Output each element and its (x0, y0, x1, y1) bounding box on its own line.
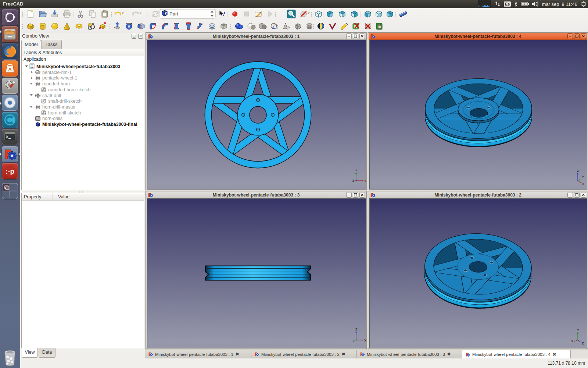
svg-text:Miniskybot-wheel-pentacle-futa: Miniskybot-wheel-pentacle-futaba3003-fin… (42, 122, 137, 127)
svg-text:X: X (582, 182, 584, 186)
svg-text:Y: Y (577, 328, 579, 332)
svg-text:Miniskybot-wheel-pentacle-futa: Miniskybot-wheel-pentacle-futaba3003 (36, 64, 121, 69)
svg-text:Y: Y (352, 339, 355, 343)
svg-text:rounded-horn-sketch: rounded-horn-sketch (48, 87, 90, 92)
svg-text:pentacle-wheel-1: pentacle-wheel-1 (42, 75, 77, 81)
svg-text:horn-drill-master: horn-drill-master (42, 105, 76, 110)
svg-text:horn-drills: horn-drills (42, 116, 62, 121)
svg-text:pentacle-rim-1: pentacle-rim-1 (42, 70, 72, 75)
svg-text:horn-drill-sketch: horn-drill-sketch (48, 110, 81, 116)
svg-text:Part: Part (169, 11, 178, 17)
svg-text:shaft-drill: shaft-drill (42, 93, 61, 98)
svg-text:Z: Z (355, 328, 358, 331)
svg-text:rounded-horn: rounded-horn (42, 81, 70, 86)
svg-text:A: A (8, 67, 12, 72)
svg-text:X: X (364, 339, 366, 342)
svg-text:Z: Z (582, 342, 584, 345)
svg-text:shaft-drill-sketch: shaft-drill-sketch (48, 99, 82, 104)
svg-text:Application: Application (24, 57, 46, 62)
svg-text:X: X (364, 179, 366, 183)
svg-text:?: ? (222, 11, 225, 17)
svg-text:X: X (571, 339, 573, 343)
svg-text:Y: Y (355, 168, 358, 172)
svg-text:Z: Z (577, 169, 579, 173)
svg-text:Y: Y (582, 175, 584, 179)
svg-text::-p: :-p (6, 167, 14, 175)
svg-text:Z: Z (352, 179, 355, 183)
